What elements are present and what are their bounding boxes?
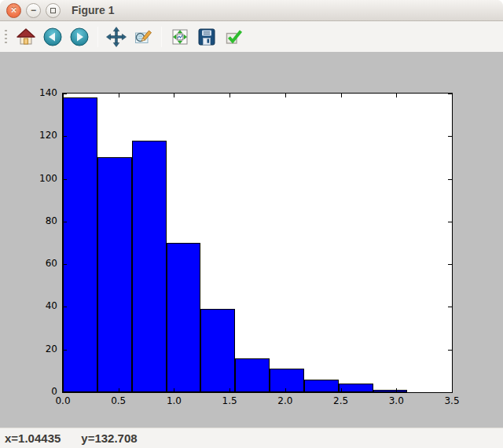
y-tick [63,222,67,222]
forward-icon [69,27,90,47]
y-tick-label: 120 [23,130,57,141]
x-tick [396,94,397,97]
y-tick [63,307,67,307]
y-tick [448,179,452,180]
y-tick [63,136,67,137]
x-tick [229,388,230,392]
back-button[interactable] [41,25,64,49]
axes: 0.00.51.01.52.02.53.03.50204060801001201… [62,93,453,393]
zoom-rect-icon [133,27,153,47]
x-tick [396,388,397,392]
x-tick [174,388,174,392]
y-tick [448,307,452,307]
y-tick [448,94,452,94]
y-tick [448,392,452,393]
y-tick [63,179,67,180]
configure-subplots-button[interactable] [168,25,192,49]
figure-canvas[interactable]: 0.00.51.01.52.02.53.03.50204060801001201… [0,52,503,428]
check-button[interactable] [222,25,245,49]
home-button[interactable] [14,25,38,49]
maximize-button[interactable] [46,3,61,18]
x-tick-label: 3.5 [435,395,469,406]
navigation-toolbar [0,21,503,52]
histogram-bar [200,309,235,392]
histogram-bar [97,157,132,392]
figure-window: × − Figure 1 [0,0,503,448]
x-tick [341,388,342,392]
y-tick [63,392,67,393]
y-tick-label: 60 [23,258,57,269]
y-tick [63,350,67,351]
x-tick [174,94,174,97]
y-tick-label: 140 [23,87,57,98]
histogram-bar [373,390,408,392]
x-tick [229,94,230,97]
pan-button[interactable] [105,25,128,49]
histogram-bar [270,369,304,392]
x-tick-label: 1.0 [156,395,191,406]
home-icon [16,27,36,47]
save-button[interactable] [195,25,218,49]
configure-subplots-icon [170,27,190,47]
y-tick [63,94,67,94]
titlebar: × − Figure 1 [0,0,503,21]
x-tick-label: 2.0 [268,395,303,406]
x-tick [341,94,342,97]
toolbar-grip-handle[interactable] [5,30,7,43]
y-tick-label: 80 [23,215,57,226]
back-icon [42,27,63,47]
save-icon [196,27,217,47]
cursor-x-readout: x=1.04435 [5,431,61,445]
y-tick [448,350,452,351]
histogram-bar [235,358,270,392]
x-tick [119,388,119,392]
toolbar-separator [97,27,98,47]
status-bar: x=1.04435 y=132.708 [0,428,503,448]
x-tick-label: 0.0 [46,395,80,406]
y-tick [448,136,452,137]
x-tick-label: 3.0 [379,395,413,406]
x-tick-label: 2.5 [324,395,358,406]
x-tick-label: 1.5 [212,395,247,406]
x-tick-label: 0.5 [101,395,136,406]
x-tick [452,94,453,97]
maximize-icon [50,8,56,13]
x-tick [285,94,286,97]
window-title: Figure 1 [72,4,114,17]
x-tick [285,388,286,392]
zoom-rect-button[interactable] [131,25,155,49]
histogram-bar [304,380,339,392]
y-tick-label: 100 [23,173,57,184]
check-icon [223,27,244,47]
y-tick [448,264,452,265]
toolbar-separator [161,27,162,47]
minimize-button[interactable]: − [26,3,41,18]
histogram-bar [132,141,167,392]
y-tick [63,264,67,265]
histogram-bar [167,243,201,392]
y-tick-label: 20 [23,343,57,354]
x-tick [452,388,453,392]
x-tick [119,94,119,97]
y-tick [448,222,452,222]
histogram-bar [339,384,373,392]
histogram-bar [63,97,97,392]
cursor-y-readout: y=132.708 [81,431,137,445]
close-button[interactable]: × [6,3,21,18]
pan-icon [106,27,127,47]
y-tick-label: 0 [23,386,57,397]
y-tick-label: 40 [23,300,57,311]
forward-button[interactable] [68,25,91,49]
